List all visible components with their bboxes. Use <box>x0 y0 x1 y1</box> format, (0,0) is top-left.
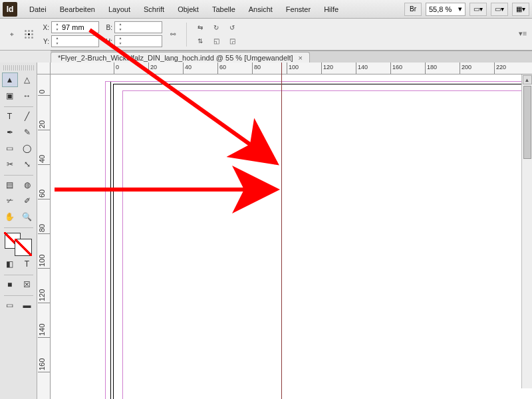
ruler-tick: 60 <box>38 190 51 200</box>
ruler-tick: 120 <box>321 63 333 74</box>
ruler-tick: 40 <box>38 155 51 165</box>
free-transform-tool[interactable]: ⤡ <box>19 157 35 172</box>
rotate-cw-icon[interactable]: ↻ <box>209 22 223 34</box>
arrange-button[interactable]: ▦▾ <box>512 3 529 16</box>
control-panel-menu-icon[interactable]: ▾≡ <box>517 20 528 47</box>
pencil-tool[interactable]: ✎ <box>19 125 35 140</box>
ruler-tick: 40 <box>183 63 192 74</box>
normal-view[interactable]: ▭ <box>2 298 18 313</box>
format-container[interactable]: ◧ <box>2 257 18 271</box>
ruler-tick: 160 <box>38 358 51 372</box>
ruler-tick: 100 <box>38 255 51 269</box>
width-label: B: <box>103 24 112 31</box>
x-position-field[interactable]: ▲▼ 97 mm <box>51 21 99 33</box>
select-container-icon[interactable]: ◱ <box>209 35 223 47</box>
ruler-tick: 0 <box>38 90 51 96</box>
menu-file[interactable]: Datei <box>23 3 53 16</box>
line-tool[interactable]: ╱ <box>19 109 35 124</box>
menu-object[interactable]: Objekt <box>171 3 205 16</box>
ruler-tick: 180 <box>425 63 437 74</box>
stepper-icon[interactable]: ▲▼ <box>54 36 61 47</box>
ruler-tick: 20 <box>148 63 157 74</box>
select-content-icon[interactable]: ◲ <box>225 35 239 47</box>
control-panel: ⌖ X: ▲▼ 97 mm Y: ▲▼ B: ▲▼ H: <box>0 19 532 51</box>
height-field[interactable]: ▲▼ <box>114 35 162 47</box>
margin-guide-inner <box>122 90 532 399</box>
view-options-button[interactable]: ▭▾ <box>469 3 487 16</box>
ruler-tick: 60 <box>217 63 226 74</box>
vertical-ruler[interactable]: 020406080100120140160 <box>37 74 51 399</box>
scroll-thumb[interactable] <box>523 86 531 159</box>
vertical-scrollbar[interactable]: ▲ <box>521 74 532 388</box>
ruler-tick: 20 <box>38 120 51 130</box>
horizontal-ruler[interactable]: 020406080100120140160180200220 <box>51 63 532 74</box>
rectangle-frame-tool[interactable]: ▭ <box>2 141 18 156</box>
format-text[interactable]: T <box>19 257 35 271</box>
document-tab[interactable]: *Flyer_2-Bruch_Wickelfalz_DIN_lang_hoch.… <box>51 52 310 63</box>
zoom-tool[interactable]: 🔍 <box>19 209 35 224</box>
canvas[interactable]: 020406080100120140160180200220 020406080… <box>37 63 532 399</box>
note-tool[interactable]: ✃ <box>2 194 18 208</box>
rotate-ccw-icon[interactable]: ↺ <box>225 22 239 34</box>
ruler-tick: 140 <box>356 63 368 74</box>
x-value: 97 mm <box>62 23 84 31</box>
menu-type[interactable]: Schrift <box>137 3 171 16</box>
cursor-mode-icon[interactable]: ⌖ <box>5 29 19 41</box>
zoom-value: 55,8 % <box>429 5 452 13</box>
preview-view[interactable]: ▬ <box>19 298 35 313</box>
panel-grip[interactable] <box>3 65 34 70</box>
ruler-tick: 100 <box>287 63 299 74</box>
ruler-tick: 120 <box>38 289 51 303</box>
y-label: Y: <box>40 38 49 45</box>
flip-horizontal-icon[interactable]: ⇆ <box>194 22 207 34</box>
pen-tool[interactable]: ✒ <box>2 125 18 140</box>
menu-table[interactable]: Tabelle <box>205 3 242 16</box>
reference-point-proxy[interactable] <box>23 24 36 45</box>
ruler-origin[interactable] <box>37 63 51 74</box>
screen-mode-button[interactable]: ▭▾ <box>491 3 508 16</box>
gradient-feather-tool[interactable]: ◍ <box>19 178 35 192</box>
ruler-tick: 80 <box>252 63 261 74</box>
stroke-swatch[interactable] <box>15 239 31 255</box>
scroll-up-icon[interactable]: ▲ <box>523 75 532 84</box>
gradient-swatch-tool[interactable]: ▤ <box>2 178 18 192</box>
selection-tool[interactable]: ▲ <box>2 72 18 87</box>
gap-tool[interactable]: ↔ <box>19 88 35 103</box>
stepper-icon[interactable]: ▲▼ <box>117 22 124 33</box>
bridge-button[interactable]: Br <box>404 3 422 16</box>
eyedropper-tool[interactable]: ✐ <box>19 194 35 208</box>
menu-edit[interactable]: Bearbeiten <box>53 3 102 16</box>
ruler-tick: 200 <box>460 63 471 74</box>
ruler-tick: 0 <box>114 63 119 74</box>
close-icon[interactable]: × <box>299 54 303 62</box>
page-tool[interactable]: ▣ <box>2 88 18 103</box>
menu-layout[interactable]: Layout <box>102 3 137 16</box>
width-field[interactable]: ▲▼ <box>114 21 162 33</box>
hand-tool[interactable]: ✋ <box>2 209 18 224</box>
menu-window[interactable]: Fenster <box>279 3 317 16</box>
stepper-icon[interactable]: ▲▼ <box>54 22 61 33</box>
menu-view[interactable]: Ansicht <box>242 3 279 16</box>
document-title: *Flyer_2-Bruch_Wickelfalz_DIN_lang_hoch.… <box>58 54 293 62</box>
align-distribute-group: ⇆ ↻ ↺ ⇅ ◱ ◲ <box>194 22 240 47</box>
flip-vertical-icon[interactable]: ⇅ <box>194 35 207 47</box>
stepper-icon[interactable]: ▲▼ <box>117 36 124 47</box>
y-position-field[interactable]: ▲▼ <box>51 35 99 47</box>
menu-bar: Id Datei Bearbeiten Layout Schrift Objek… <box>0 0 532 19</box>
page-area[interactable] <box>51 74 532 399</box>
direct-selection-tool[interactable]: △ <box>19 72 35 87</box>
fill-stroke-proxy[interactable] <box>2 233 35 257</box>
zoom-level-field[interactable]: 55,8 % ▾ <box>426 3 466 16</box>
column-guide[interactable] <box>281 63 282 399</box>
apply-color-icon[interactable]: ■ <box>2 277 18 292</box>
ellipse-tool[interactable]: ◯ <box>19 141 35 156</box>
app-logo: Id <box>3 2 17 17</box>
ruler-tick: 220 <box>494 63 506 74</box>
constrain-link-icon[interactable]: ⚯ <box>166 29 180 41</box>
ruler-tick: 140 <box>38 324 51 338</box>
menu-help[interactable]: Hilfe <box>317 3 345 16</box>
type-tool[interactable]: T <box>2 109 18 124</box>
toolbox: ▲△ ▣↔ T╱ ✒✎ ▭◯ ✂⤡ ▤◍ ✃✐ ✋🔍 ◧T ■☒ ▭▬ <box>0 63 37 399</box>
scissors-tool[interactable]: ✂ <box>2 157 18 172</box>
apply-none-icon[interactable]: ☒ <box>19 277 35 292</box>
